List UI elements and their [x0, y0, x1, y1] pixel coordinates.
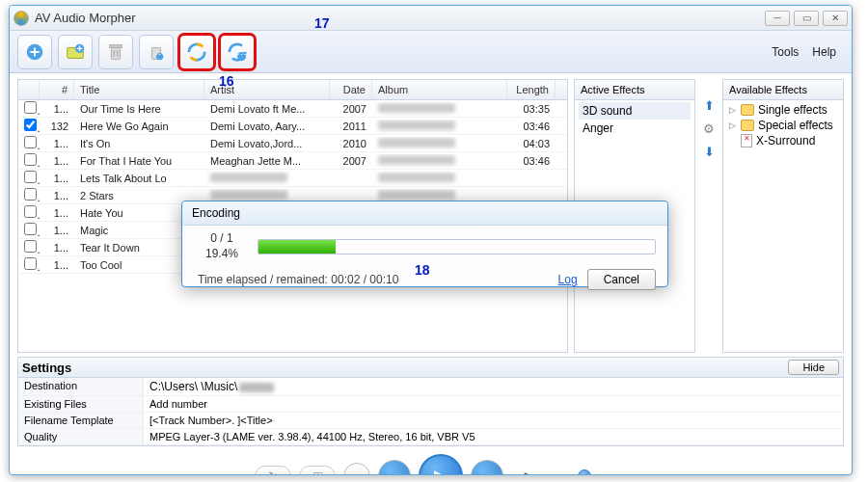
delete-button[interactable] [98, 35, 133, 69]
effect-settings-button[interactable]: ⚙ [700, 120, 718, 137]
convert-button[interactable] [179, 35, 214, 69]
effect-controls: ⬆ ⚙ ⬇ [699, 79, 719, 353]
row-num: 1... [40, 137, 74, 150]
tree-toggle-icon[interactable]: ▷ [729, 105, 737, 115]
progress-bar [258, 239, 656, 254]
folder-icon [741, 104, 754, 116]
col-length[interactable]: Length [507, 80, 556, 99]
col-num[interactable]: # [40, 80, 74, 99]
cancel-button[interactable]: Cancel [587, 269, 656, 290]
settings-dest-value[interactable]: C:\Users\ \Music\ [144, 378, 843, 395]
col-album[interactable]: Album [372, 80, 507, 99]
svg-text:⋯: ⋯ [154, 49, 165, 61]
volume-control: 🔈 [521, 469, 607, 475]
row-date [330, 177, 372, 179]
row-num: 1... [40, 241, 74, 254]
convert-settings-button[interactable]: ⋯ [220, 35, 255, 69]
settings-exist-value[interactable]: Add number [144, 396, 843, 412]
table-header: # Title Artist Date Album Length [18, 80, 567, 100]
available-effects-header: Available Effects [723, 80, 843, 100]
settings-quality-value[interactable]: MPEG Layer-3 (LAME ver. 3.98.4), 44100 H… [144, 429, 843, 444]
dialog-title: Encoding [182, 201, 667, 226]
row-date: 2007 [330, 154, 372, 168]
folder-icon [741, 120, 754, 131]
row-length: 03:46 [507, 120, 556, 133]
active-effect-item[interactable]: Anger [579, 120, 691, 137]
settings-panel: Settings Hide DestinationC:\Users\ \Musi… [17, 357, 844, 446]
move-up-button[interactable]: ⬆ [700, 96, 718, 114]
row-length [507, 177, 556, 179]
encoding-count: 0 / 1 [198, 231, 246, 247]
table-row[interactable]: 132 Here We Go Again Demi Lovato, Aary..… [18, 118, 567, 135]
settings-exist-label: Existing Files [18, 396, 144, 412]
shuffle-button[interactable]: ◫ [299, 466, 336, 475]
row-checkbox[interactable] [24, 223, 37, 235]
close-button[interactable]: ✕ [823, 11, 848, 26]
settings-button[interactable]: ⋯ [139, 35, 174, 69]
row-checkbox[interactable] [24, 205, 37, 218]
mute-icon[interactable]: 🔈 [521, 469, 535, 475]
row-checkbox[interactable] [24, 119, 37, 131]
hide-settings-button[interactable]: Hide [788, 360, 839, 375]
volume-slider[interactable] [539, 474, 607, 475]
available-effect-item[interactable]: ▷Special effects [727, 118, 839, 133]
table-row[interactable]: 1... Our Time Is Here Demi Lovato ft Me.… [18, 100, 567, 118]
row-title: For That I Hate You [74, 154, 204, 168]
row-length [507, 195, 556, 197]
row-length: 03:46 [507, 154, 556, 168]
add-file-button[interactable] [17, 35, 52, 69]
progress-fill [258, 240, 336, 254]
settings-template-value[interactable]: [<Track Number>. ]<Title> [144, 413, 843, 428]
available-effects-panel: Available Effects ▷Single effects▷Specia… [722, 79, 844, 353]
col-title[interactable]: Title [74, 80, 204, 99]
row-checkbox[interactable] [24, 136, 37, 148]
toolbar: ⋯ ⋯ Tools Help [10, 31, 852, 73]
app-icon [14, 11, 29, 26]
log-link[interactable]: Log [558, 273, 578, 286]
encoding-time: Time elapsed / remained: 00:02 / 00:10 [198, 273, 398, 286]
row-album [372, 154, 507, 168]
row-num: 1... [40, 206, 74, 220]
add-folder-button[interactable] [58, 35, 93, 69]
row-artist: Demi Lovato, Aary... [204, 120, 330, 133]
repeat-button[interactable]: ↻ [255, 466, 291, 475]
row-date: 2010 [330, 137, 372, 150]
row-checkbox[interactable] [24, 171, 37, 183]
row-checkbox[interactable] [24, 188, 37, 201]
minimize-button[interactable]: ─ [765, 11, 790, 26]
row-checkbox[interactable] [24, 257, 37, 270]
row-checkbox[interactable] [24, 101, 37, 114]
table-row[interactable]: 1... It's On Demi Lovato,Jord... 2010 04… [18, 135, 567, 152]
row-length: 04:03 [507, 137, 556, 150]
row-checkbox[interactable] [24, 153, 37, 166]
table-row[interactable]: 1... For That I Hate You Meaghan Jette M… [18, 152, 567, 170]
prev-button[interactable]: ⏮ [378, 460, 411, 475]
play-button[interactable]: ▶ [419, 454, 463, 475]
row-artist: Demi Lovato ft Me... [204, 102, 330, 116]
available-effect-item[interactable]: X-Surround [727, 133, 839, 148]
available-effect-item[interactable]: ▷Single effects [727, 102, 839, 118]
row-num: 132 [40, 120, 74, 133]
row-checkbox[interactable] [24, 240, 37, 253]
menu-help[interactable]: Help [812, 45, 836, 59]
move-down-button[interactable]: ⬇ [700, 143, 718, 160]
effect-label: X-Surround [756, 134, 815, 147]
row-date: 2011 [330, 120, 372, 133]
table-row[interactable]: 1... Lets Talk About Lo [18, 170, 567, 187]
col-date[interactable]: Date [330, 80, 372, 99]
row-artist: Meaghan Jette M... [204, 154, 330, 168]
row-album [372, 172, 507, 185]
svg-text:⋯: ⋯ [236, 49, 247, 61]
maximize-button[interactable]: ▭ [794, 11, 819, 26]
menu-tools[interactable]: Tools [772, 45, 799, 59]
active-effect-item[interactable]: 3D sound [579, 102, 691, 120]
col-artist[interactable]: Artist [204, 80, 330, 99]
row-album [372, 102, 507, 116]
volume-thumb[interactable] [578, 469, 591, 475]
player-controls: ↻ ◫ ■ ⏮ ▶ ⏭ 🔈 [10, 446, 852, 475]
row-num: 1... [40, 102, 74, 116]
stop-button[interactable]: ■ [343, 463, 370, 475]
tree-toggle-icon[interactable]: ▷ [729, 120, 737, 130]
next-button[interactable]: ⏭ [471, 460, 503, 475]
row-title: Lets Talk About Lo [74, 172, 204, 185]
